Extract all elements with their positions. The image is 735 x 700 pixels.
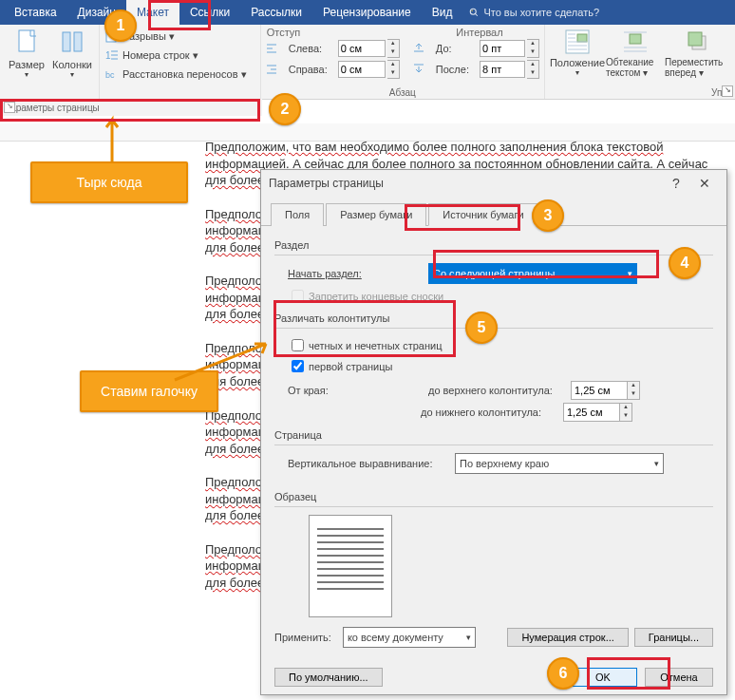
spacing-before-spin[interactable]: ▲▼: [527, 39, 539, 58]
tab-insert[interactable]: Вставка: [4, 0, 67, 25]
svg-rect-3: [63, 32, 70, 51]
svg-text:1: 1: [105, 50, 111, 61]
paragraph-group-label: Абзац: [265, 86, 540, 99]
spacing-before-icon: [412, 42, 425, 55]
after-label: После:: [436, 64, 478, 75]
indent-right-icon: [265, 63, 278, 76]
section-header: Раздел: [274, 239, 713, 251]
indent-left-spin[interactable]: ▲▼: [387, 39, 400, 58]
suppress-endnotes-label: Запретить концевые сноски: [309, 291, 443, 302]
svg-rect-12: [688, 32, 702, 46]
spacing-after-input[interactable]: [480, 61, 525, 78]
before-label: До:: [436, 43, 478, 54]
spacing-before-input[interactable]: [480, 40, 525, 57]
callout-arrow-2: [171, 338, 275, 386]
indent-right-input[interactable]: [338, 61, 386, 78]
badge-3: 3: [532, 199, 564, 232]
position-button[interactable]: Положение▾: [549, 27, 606, 78]
page-header: Страница: [274, 429, 713, 441]
indent-left-icon: [265, 42, 278, 55]
hyphenation-button[interactable]: bcРасстановка переносов ▾: [104, 65, 256, 84]
dialog-tab-margins[interactable]: Поля: [271, 203, 324, 226]
valign-combo[interactable]: По верхнему краю▾: [455, 453, 664, 474]
to-footer-label: до нижнего колонтитула:: [421, 407, 563, 418]
callout-click-here: Тырк сюда: [30, 161, 188, 203]
to-header-label: до верхнего колонтитула:: [428, 385, 571, 396]
tab-review[interactable]: Рецензирование: [312, 0, 422, 25]
badge-2: 2: [269, 93, 301, 125]
svg-rect-2: [19, 30, 34, 51]
ordering-group-label: Упо: [549, 86, 731, 99]
from-edge-label: От края:: [288, 385, 421, 396]
dialog-tab-paper-size[interactable]: Размер бумаги: [326, 203, 426, 226]
tell-me-label: Что вы хотите сделать?: [483, 7, 599, 18]
dialog-tab-paper-source[interactable]: Источник бумаги: [428, 203, 537, 226]
columns-button[interactable]: Колонки▾: [49, 27, 95, 79]
apply-to-combo[interactable]: ко всему документу▾: [343, 627, 476, 648]
tab-references[interactable]: Ссылки: [179, 0, 240, 25]
line-numbers-button[interactable]: 1Номера строк ▾: [104, 46, 256, 65]
indent-left-input[interactable]: [338, 40, 386, 57]
borders-dialog-button[interactable]: Границы...: [634, 628, 713, 647]
page-setup-dialog: Параметры страницы ? ✕ Поля Размер бумаг…: [260, 169, 727, 695]
indent-label: Отступ: [267, 27, 301, 38]
right-label: Справа:: [289, 64, 336, 75]
svg-rect-10: [630, 34, 641, 44]
paragraph-launcher[interactable]: ↘: [722, 85, 733, 97]
sample-header: Образец: [274, 491, 713, 502]
page-setup-launcher[interactable]: ↘: [4, 102, 15, 113]
dialog-tabs: Поля Размер бумаги Источник бумаги: [261, 197, 726, 226]
start-section-combo[interactable]: Со следующей страницы▾: [428, 263, 637, 284]
svg-rect-9: [577, 34, 587, 42]
footer-distance-input[interactable]: [563, 403, 620, 422]
odd-even-checkbox[interactable]: [292, 339, 304, 351]
size-button[interactable]: Размер▾: [4, 27, 49, 79]
dialog-title: Параметры страницы: [269, 177, 384, 190]
footer-distance-spin[interactable]: ▲▼: [620, 403, 632, 422]
badge-6: 6: [547, 657, 579, 690]
line-numbers-dialog-button[interactable]: Нумерация строк...: [507, 628, 628, 647]
sample-preview: [309, 515, 392, 617]
badge-4: 4: [669, 247, 701, 279]
first-page-label: первой страницы: [309, 361, 392, 372]
tab-view[interactable]: Вид: [422, 0, 463, 25]
dialog-close-button[interactable]: ✕: [690, 176, 719, 191]
tell-me-search[interactable]: Что вы хотите сделать?: [468, 7, 599, 18]
left-label: Слева:: [289, 43, 336, 54]
svg-point-0: [471, 9, 477, 14]
svg-point-1: [472, 9, 474, 11]
suppress-endnotes-checkbox: [292, 290, 304, 302]
badge-5: 5: [465, 312, 498, 344]
badge-1: 1: [104, 9, 137, 42]
indent-right-spin[interactable]: ▲▼: [387, 60, 400, 79]
header-distance-input[interactable]: [571, 381, 628, 400]
valign-label: Вертикальное выравнивание:: [288, 458, 447, 469]
spacing-after-icon: [412, 63, 425, 76]
page-setup-label: Параметры страницы: [4, 103, 100, 113]
spacing-after-spin[interactable]: ▲▼: [527, 60, 539, 79]
svg-rect-4: [74, 32, 82, 51]
default-button[interactable]: По умолчанию...: [274, 668, 383, 687]
apply-to-label: Применить:: [274, 632, 331, 643]
interval-label: Интервал: [456, 27, 502, 38]
tab-mailings[interactable]: Рассылки: [240, 0, 312, 25]
first-page-checkbox[interactable]: [292, 360, 304, 372]
start-section-label: Начать раздел:: [288, 268, 421, 279]
page-setup-bar: Параметры страницы ↘: [0, 99, 262, 116]
cancel-button[interactable]: Отмена: [645, 668, 713, 687]
header-distance-spin[interactable]: ▲▼: [628, 381, 640, 400]
svg-text:bc: bc: [105, 70, 115, 80]
dialog-help-button[interactable]: ?: [662, 176, 690, 191]
callout-arrow-1: [93, 114, 131, 163]
odd-even-label: четных и нечетных страниц: [309, 340, 442, 351]
bring-forward-button[interactable]: Переместить вперед ▾: [665, 27, 731, 78]
wrap-text-button[interactable]: Обтекание текстом ▾: [606, 27, 665, 78]
